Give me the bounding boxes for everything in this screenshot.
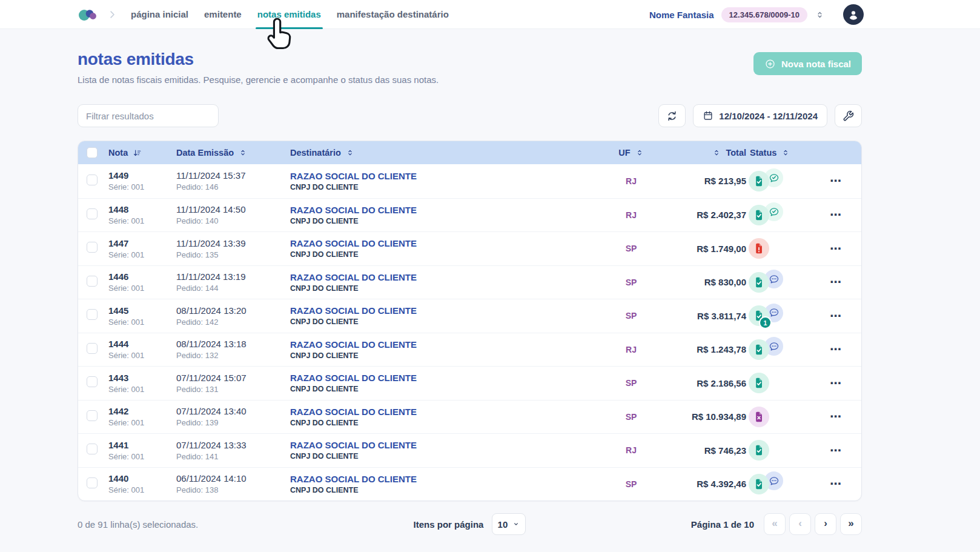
- destinatario-link[interactable]: RAZAO SOCIAL DO CLIENTE: [290, 305, 607, 316]
- status-icons: 1: [746, 305, 819, 326]
- row-checkbox[interactable]: [87, 410, 98, 421]
- row-menu-button[interactable]: ⋯: [830, 175, 842, 187]
- column-header-uf: UF: [618, 148, 630, 158]
- items-per-page-select[interactable]: 10: [492, 513, 526, 535]
- destinatario-cnpj: CNPJ DO CLIENTE: [290, 452, 607, 461]
- nav-item-manifestacao-destinatario[interactable]: manifestação destinatário: [337, 0, 449, 29]
- nav-item-notas-emitidas[interactable]: notas emitidas: [257, 0, 321, 29]
- status-doc-ok-icon: [749, 339, 769, 360]
- row-menu-button[interactable]: ⋯: [830, 410, 842, 423]
- first-page-button[interactable]: «: [764, 513, 786, 535]
- new-invoice-button[interactable]: Nova nota fiscal: [753, 52, 862, 75]
- row-menu-button[interactable]: ⋯: [830, 242, 842, 255]
- company-switcher-icon[interactable]: [815, 10, 825, 20]
- row-checkbox[interactable]: [87, 208, 98, 219]
- next-page-button[interactable]: ›: [815, 513, 836, 535]
- prev-page-button[interactable]: ‹: [789, 513, 811, 535]
- total-value: R$ 1.243,78: [655, 344, 746, 354]
- sort-desc-icon[interactable]: [133, 148, 142, 158]
- app-logo[interactable]: [78, 7, 98, 22]
- row-menu-button[interactable]: ⋯: [830, 444, 842, 457]
- status-doc-error-icon: [749, 238, 769, 259]
- order-number: Pedido: 135: [176, 250, 290, 259]
- table-settings-button[interactable]: [835, 104, 862, 127]
- table-row: 1440 Série: 001 06/11/2024 14:10 Pedido:…: [78, 467, 861, 501]
- destinatario-cnpj: CNPJ DO CLIENTE: [290, 486, 607, 494]
- filter-input[interactable]: [78, 104, 219, 127]
- row-menu-button[interactable]: ⋯: [830, 377, 842, 390]
- destinatario-link[interactable]: RAZAO SOCIAL DO CLIENTE: [290, 373, 607, 383]
- row-checkbox[interactable]: [87, 444, 98, 454]
- date-range-button[interactable]: 12/10/2024 - 12/11/2024: [693, 104, 827, 127]
- sort-icon[interactable]: [346, 148, 354, 157]
- destinatario-cnpj: CNPJ DO CLIENTE: [290, 318, 607, 326]
- sort-icon[interactable]: [239, 148, 247, 157]
- nota-number: 1448: [108, 204, 176, 214]
- uf-value: SP: [607, 378, 655, 388]
- sort-icon[interactable]: [781, 148, 790, 157]
- destinatario-link[interactable]: RAZAO SOCIAL DO CLIENTE: [290, 339, 607, 350]
- order-number: Pedido: 144: [176, 284, 290, 293]
- nota-serie: Série: 001: [108, 418, 176, 427]
- row-checkbox[interactable]: [87, 242, 98, 253]
- status-icons: [746, 339, 819, 360]
- destinatario-link[interactable]: RAZAO SOCIAL DO CLIENTE: [290, 205, 607, 215]
- user-avatar[interactable]: [843, 4, 864, 25]
- nota-serie: Série: 001: [108, 284, 176, 293]
- order-number: Pedido: 131: [176, 385, 290, 394]
- refresh-button[interactable]: [658, 104, 686, 127]
- company-name[interactable]: Nome Fantasia: [649, 10, 714, 20]
- last-page-button[interactable]: »: [840, 513, 862, 535]
- status-icons: [746, 440, 819, 461]
- destinatario-link[interactable]: RAZAO SOCIAL DO CLIENTE: [290, 171, 607, 181]
- nav-item-emitente[interactable]: emitente: [204, 0, 242, 29]
- nav-item-pagina-inicial[interactable]: página inicial: [131, 0, 188, 29]
- sort-icon[interactable]: [712, 148, 721, 157]
- destinatario-link[interactable]: RAZAO SOCIAL DO CLIENTE: [290, 272, 607, 282]
- emission-date: 11/11/2024 14:50: [176, 204, 290, 214]
- destinatario-cnpj: CNPJ DO CLIENTE: [290, 284, 607, 293]
- uf-value: RJ: [607, 210, 655, 220]
- person-icon: [847, 8, 860, 21]
- total-value: R$ 746,23: [655, 445, 746, 456]
- table-row: 1446 Série: 001 11/11/2024 13:19 Pedido:…: [78, 265, 861, 299]
- nota-serie: Série: 001: [108, 318, 176, 327]
- select-all-checkbox[interactable]: [87, 147, 98, 158]
- table-row: 1448 Série: 001 11/11/2024 14:50 Pedido:…: [78, 198, 861, 232]
- row-checkbox[interactable]: [87, 343, 98, 354]
- row-menu-button[interactable]: ⋯: [830, 343, 842, 356]
- order-number: Pedido: 146: [176, 182, 290, 191]
- uf-value: SP: [607, 311, 655, 321]
- status-count-badge: 1: [760, 318, 770, 328]
- nota-number: 1442: [108, 406, 176, 416]
- row-checkbox[interactable]: [87, 276, 98, 287]
- top-nav: página inicial emitente notas emitidas m…: [0, 0, 980, 29]
- selection-count: 0 de 91 linha(s) selecionadas.: [78, 519, 414, 530]
- nota-number: 1444: [108, 339, 176, 349]
- refresh-icon: [666, 110, 678, 122]
- destinatario-link[interactable]: RAZAO SOCIAL DO CLIENTE: [290, 474, 607, 484]
- emission-date: 11/11/2024 13:39: [176, 238, 290, 248]
- destinatario-cnpj: CNPJ DO CLIENTE: [290, 250, 607, 259]
- row-checkbox[interactable]: [87, 376, 98, 387]
- destinatario-link[interactable]: RAZAO SOCIAL DO CLIENTE: [290, 407, 607, 417]
- order-number: Pedido: 140: [176, 216, 290, 225]
- row-menu-button[interactable]: ⋯: [830, 477, 842, 490]
- nota-serie: Série: 001: [108, 182, 176, 191]
- row-checkbox[interactable]: [87, 309, 98, 320]
- sort-icon[interactable]: [635, 148, 644, 157]
- destinatario-link[interactable]: RAZAO SOCIAL DO CLIENTE: [290, 238, 607, 248]
- row-checkbox[interactable]: [87, 175, 98, 185]
- items-per-page-label: Itens por página: [414, 519, 484, 530]
- row-checkbox[interactable]: [87, 477, 98, 488]
- row-menu-button[interactable]: ⋯: [830, 276, 842, 288]
- row-menu-button[interactable]: ⋯: [830, 310, 842, 322]
- emission-date: 07/11/2024 15:07: [176, 373, 290, 383]
- row-menu-button[interactable]: ⋯: [830, 208, 842, 221]
- destinatario-link[interactable]: RAZAO SOCIAL DO CLIENTE: [290, 440, 607, 450]
- calendar-icon: [703, 110, 713, 121]
- table-row: 1442 Série: 001 07/11/2024 13:40 Pedido:…: [78, 400, 861, 434]
- new-invoice-button-label: Nova nota fiscal: [781, 59, 851, 69]
- uf-value: RJ: [607, 176, 655, 186]
- caret-down-icon: [512, 520, 520, 528]
